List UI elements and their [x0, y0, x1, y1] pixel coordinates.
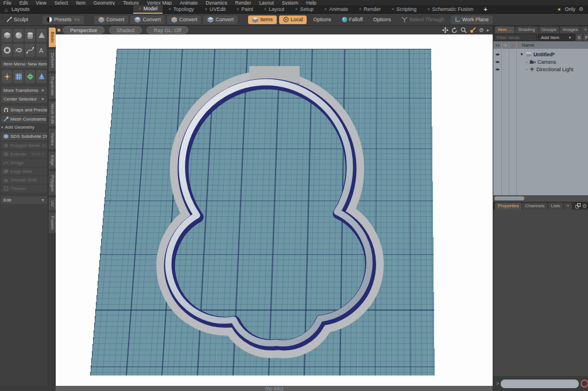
cube-tool-button[interactable]: [2, 29, 12, 42]
vtab-polygon[interactable]: Polygon: [49, 171, 56, 195]
filter-items-input[interactable]: [494, 34, 537, 41]
tab-model[interactable]: ★Model: [133, 5, 163, 14]
viewport-state-icon[interactable]: [57, 29, 60, 32]
convert-button-2[interactable]: Convert: [130, 16, 165, 24]
wire-sphere-tool-button[interactable]: [25, 70, 35, 83]
command-input[interactable]: [501, 380, 579, 388]
vtab-duplicate[interactable]: Duplicate: [49, 73, 56, 99]
work-plane-button[interactable]: Work Plane: [451, 16, 493, 24]
tab-paint[interactable]: ★Paint: [231, 5, 258, 14]
select-through-button[interactable]: Select Through: [397, 16, 448, 24]
cylinder-tool-button[interactable]: [25, 29, 35, 42]
pyramid-tool-button[interactable]: [36, 70, 47, 83]
visibility-eye-icon[interactable]: [495, 43, 500, 48]
tab-groups[interactable]: Groups: [539, 26, 559, 33]
items-mode-button[interactable]: Items: [248, 16, 277, 24]
vtab-mesh-edit[interactable]: Mesh Edit: [49, 101, 56, 126]
mesh-constraints-button[interactable]: Mesh Constraints: [1, 115, 47, 123]
tab-layout[interactable]: ★Layout: [258, 5, 289, 14]
filter-button[interactable]: F: [583, 34, 588, 41]
item-row-directional-light[interactable]: – Directional Light: [493, 65, 588, 73]
extrude-button[interactable]: ExtrudeShift-X: [1, 150, 47, 158]
item-menu-dropdown[interactable]: Item Menu: New Item▼: [1, 60, 47, 68]
eye-icon[interactable]: [495, 67, 500, 72]
polygon-bevel-button[interactable]: Polygon BevelShift-B: [1, 142, 47, 149]
scrollbar-thumb[interactable]: [494, 196, 524, 200]
gear-icon[interactable]: ⚙: [479, 28, 484, 33]
home-icon[interactable]: ⌂: [5, 6, 8, 13]
item-row-camera[interactable]: – Camera: [493, 58, 588, 65]
favorite-star-icon[interactable]: ★: [557, 7, 561, 12]
cookie-cutter-mesh[interactable]: [56, 34, 493, 386]
tab-schematic-fusion[interactable]: ★Schematic Fusion: [421, 5, 478, 14]
menu-item[interactable]: Item: [76, 0, 86, 5]
edit-dropdown[interactable]: Edit▼: [1, 196, 47, 204]
pan-icon[interactable]: [442, 27, 448, 33]
add-panel-tab-button[interactable]: +: [564, 203, 572, 210]
add-geometry-header[interactable]: ▾Add Geometry: [1, 125, 47, 130]
vtab-fusion[interactable]: Fusion: [49, 212, 56, 233]
convert-button-1[interactable]: Convert: [94, 16, 129, 24]
sculpt-button[interactable]: Sculpt: [2, 16, 32, 24]
sphere-tool-button[interactable]: [13, 29, 24, 42]
tab-topology[interactable]: ★Topology: [163, 5, 199, 14]
chevron-right-icon[interactable]: ▸: [487, 28, 489, 33]
key-icon[interactable]: [470, 27, 476, 33]
torus-tool-button[interactable]: [2, 44, 12, 57]
convert-button-4[interactable]: Convert: [203, 16, 238, 24]
zoom-icon[interactable]: [461, 27, 467, 33]
vtab-deform[interactable]: Deform: [49, 49, 56, 71]
edit-column-icon[interactable]: [510, 43, 515, 48]
tab-lists[interactable]: Lists: [548, 203, 563, 210]
tab-render[interactable]: ★Render: [353, 5, 386, 14]
tab-item-list[interactable]: Item ...: [495, 26, 514, 33]
add-column-icon[interactable]: [503, 43, 508, 48]
add-item-dropdown[interactable]: Add Item▼: [538, 34, 575, 41]
vtab-basic[interactable]: Basic: [49, 28, 56, 47]
menu-select[interactable]: Select: [55, 0, 68, 5]
falloff-button[interactable]: Falloff: [338, 16, 367, 24]
shading-mode-selector[interactable]: Shaded: [109, 26, 142, 34]
vtab-uv[interactable]: UV: [49, 198, 56, 210]
item-list-hscrollbar[interactable]: [493, 195, 588, 202]
tab-scripting[interactable]: ★Scripting: [386, 5, 421, 14]
vtab-vertex[interactable]: Vertex: [49, 129, 56, 149]
presets-button[interactable]: PresetsF6: [42, 16, 84, 24]
tab-images[interactable]: Images: [560, 26, 581, 33]
tab-properties[interactable]: Properties: [495, 203, 521, 210]
tab-animate[interactable]: ★Animate: [319, 5, 353, 14]
vtab-edge[interactable]: Edge: [49, 152, 56, 169]
options-button-1[interactable]: Options: [309, 16, 335, 24]
menu-view[interactable]: View: [36, 0, 46, 5]
curve-tool-button[interactable]: [25, 44, 35, 57]
expand-triangle-icon[interactable]: ▼: [520, 52, 524, 56]
center-selected-dropdown[interactable]: Center Selected▼: [1, 95, 47, 103]
menu-file[interactable]: File: [3, 0, 11, 5]
raygl-toggle[interactable]: Ray GL: Off: [146, 26, 188, 34]
tab-setup[interactable]: ★Setup: [289, 5, 319, 14]
edge-slice-button[interactable]: Edge Slice: [1, 168, 47, 175]
snaps-precision-button[interactable]: Snaps and Precision: [1, 106, 47, 114]
smooth-shift-button[interactable]: Smooth Shift: [1, 176, 47, 184]
item-row-untitled[interactable]: ▼ Untitled*: [493, 51, 588, 58]
cone-tool-button[interactable]: [36, 29, 47, 42]
thicken-button[interactable]: Thicken: [1, 185, 47, 192]
camera-view-selector[interactable]: Perspective: [63, 26, 105, 34]
options-button-2[interactable]: Options: [369, 16, 395, 24]
3d-viewport[interactable]: [56, 34, 493, 386]
tab-uvedit[interactable]: ★UVEdit: [199, 5, 231, 14]
gear-icon[interactable]: ⚙: [579, 6, 583, 12]
name-column-header[interactable]: Name: [522, 42, 534, 48]
eye-icon[interactable]: [495, 52, 500, 57]
convert-button-3[interactable]: Convert: [167, 16, 202, 24]
command-history-icon[interactable]: [581, 380, 588, 388]
eye-icon[interactable]: [495, 60, 500, 64]
menu-edit[interactable]: Edit: [20, 0, 28, 5]
tab-shading[interactable]: Shading: [515, 26, 537, 33]
grid-tool-button[interactable]: [13, 70, 24, 83]
swirl-tool-button[interactable]: [13, 44, 24, 57]
text-tool-button[interactable]: A: [36, 44, 47, 57]
more-transforms-dropdown[interactable]: More Transforms▼: [1, 87, 47, 94]
scope-button[interactable]: S: [576, 34, 582, 41]
layouts-label[interactable]: Layouts: [11, 6, 30, 12]
